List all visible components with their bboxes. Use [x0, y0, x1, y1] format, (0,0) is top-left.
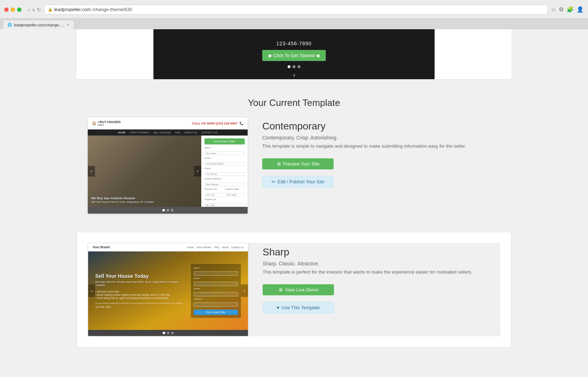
mini-nav: HOME HOW IT WORKS SELL A HOUSE FAQ ABOUT…	[88, 129, 248, 136]
sharp-tagline: Sharp. Classic. Attractive.	[263, 261, 500, 266]
close-button[interactable]	[4, 7, 9, 12]
forward-button[interactable]: ›	[32, 6, 35, 13]
back-button[interactable]: ‹	[27, 6, 30, 13]
monitor-icon: 🖥	[277, 161, 281, 167]
mini-phone-icon: 📞	[239, 122, 243, 125]
mini-form-phone-input[interactable]	[204, 172, 245, 176]
mini-nav-contact[interactable]: CONTACT US	[201, 131, 217, 134]
top-partial-preview: 123-456-7890 ▶ Click To Get Started ◀ ∨	[153, 29, 435, 79]
monitor-icon-sharp: 🖥	[278, 287, 283, 292]
mini-form-name-input[interactable]	[204, 152, 245, 155]
sharp-form-email-input[interactable]	[194, 282, 238, 286]
mini-form-address-input[interactable]	[204, 183, 245, 186]
use-template-button[interactable]: ♥ Use This Template	[263, 302, 334, 314]
current-template-section: Your Current Template 🏠 I BUY HOUSES FAS…	[77, 87, 511, 225]
sharp-bullet-1: Sell your house fast	[95, 290, 187, 293]
mini-form-zip-input[interactable]	[204, 203, 245, 207]
preview-site-button[interactable]: 🖥 Preview Your Site	[262, 158, 334, 169]
mini-form-email-label: Email *	[204, 157, 245, 159]
sharp-next-button[interactable]: ›	[241, 285, 248, 297]
sharp-brand: Your Brand	[92, 245, 110, 249]
sharp-actions: 🖥 View Live Demo ♥ Use This Template	[263, 284, 500, 314]
contemporary-actions: 🖥 Preview Your Site ✏ Edit / Publish You…	[262, 158, 501, 188]
tab-close-button[interactable]: ✕	[67, 23, 70, 27]
use-template-label: Use This Template	[282, 305, 320, 310]
sharp-form-address-input[interactable]	[194, 302, 238, 307]
address-bar[interactable]: 🔒 leadpropeller.com /change-theme/630	[44, 5, 548, 15]
sharp-form-email: Email *	[194, 277, 238, 286]
mini-form-address-label: Property Address *	[204, 178, 245, 180]
refresh-button[interactable]: ↻	[37, 6, 41, 13]
mini-form: Get A Cash Offer Name * Email * Phone	[201, 136, 248, 207]
mini-form-city-input[interactable]	[204, 193, 224, 197]
mini-nav-sell[interactable]: SELL A HOUSE	[153, 131, 171, 134]
top-partial-content: 123-456-7890 ▶ Click To Get Started ◀	[262, 41, 326, 68]
sharp-info: Sharp Sharp. Classic. Attractive. This t…	[263, 243, 500, 314]
section-title: Your Current Template	[87, 97, 501, 108]
mini-carousel-dots	[88, 207, 248, 214]
url-base: leadpropeller.com	[54, 7, 91, 12]
mini-phone-number: (210) 123-4567	[216, 122, 238, 125]
contemporary-name: Contemporary	[262, 121, 501, 132]
mini-form-name: Name *	[204, 147, 245, 156]
extensions-icon[interactable]: 🧩	[567, 6, 574, 13]
sharp-bullet-2: Avoid making needed repairs as we buy ho…	[95, 294, 187, 296]
mini-form-city-state-row: Property City Property State	[204, 188, 245, 198]
bookmark-icon[interactable]: ☆	[551, 6, 556, 13]
mini-form-title: Get A Cash Offer	[204, 138, 245, 144]
mini-form-zip-label: Property Zip	[204, 198, 245, 200]
fullscreen-button[interactable]	[17, 7, 21, 12]
sharp-nav-faq[interactable]: FAQ	[214, 246, 219, 249]
carousel-dot-1	[288, 65, 290, 68]
contemporary-info: Contemporary Contemporary. Crisp. Astoni…	[262, 117, 501, 188]
sharp-form-submit[interactable]: Get a Cash Offer	[194, 310, 238, 315]
sharp-form-name-input[interactable]	[194, 271, 238, 276]
carousel-dot-3	[298, 65, 300, 68]
top-partial-wrapper: 123-456-7890 ▶ Click To Get Started ◀ ∨	[77, 29, 511, 80]
mini-nav-how[interactable]: HOW IT WORKS	[130, 131, 149, 134]
sharp-bullet-3: Avoid listing with an agent and paying t…	[95, 297, 187, 299]
page-content: 123-456-7890 ▶ Click To Get Started ◀ ∨ …	[0, 29, 588, 377]
edit-publish-button[interactable]: ✏ Edit / Publish Your Site	[262, 176, 334, 188]
hero-prev-button[interactable]: ‹	[88, 166, 95, 177]
mini-phone-label: CALL US NOW	[192, 122, 214, 125]
mini-nav-faq[interactable]: FAQ	[175, 131, 180, 134]
view-demo-button[interactable]: 🖥 View Live Demo	[263, 284, 334, 295]
mini-form-email-input[interactable]	[204, 162, 245, 165]
mini-form-state-input[interactable]	[225, 193, 245, 197]
profile-icon[interactable]: 👤	[577, 6, 584, 13]
mini-form-address: Property Address *	[204, 178, 245, 187]
top-cta-button[interactable]: ▶ Click To Get Started ◀	[262, 50, 326, 61]
nav-arrows: ‹ › ↻	[27, 6, 41, 13]
sharp-nav-home[interactable]: Home	[187, 246, 194, 249]
mini-form-email: Email *	[204, 157, 245, 166]
top-carousel-dots	[288, 65, 300, 68]
mini-nav-home[interactable]: HOME	[118, 131, 126, 134]
sharp-content: Sell Your House Today We pay cash for ho…	[95, 273, 191, 308]
edit-icon: ✏	[272, 179, 275, 184]
mini-nav-about[interactable]: ABOUT US	[184, 131, 197, 134]
sharp-footer-text: To get started, simply fill out the form…	[95, 302, 187, 304]
mini-form-name-label: Name *	[204, 147, 245, 149]
mini-phone: CALL US NOW (210) 123-4567 📞	[192, 122, 243, 125]
mini-form-phone-label: Phone	[204, 167, 245, 169]
mini-logo-name: I BUY HOUSES	[98, 120, 121, 124]
sharp-phone: 123-456-7890	[95, 306, 187, 308]
sharp-form-address-label: Address *	[194, 298, 238, 300]
carousel-dot-2	[293, 65, 295, 68]
sharp-nav-contact[interactable]: Contact Us	[231, 246, 244, 249]
settings-icon[interactable]: ⚙	[559, 6, 564, 13]
mini-dot-2	[167, 209, 169, 212]
sharp-dot-3	[171, 332, 174, 334]
hero-next-button[interactable]: ›	[194, 166, 201, 177]
mini-hero-text: We Buy San Antonio Houses Sell Your Hous…	[91, 197, 154, 203]
sharp-form-email-label: Email *	[194, 277, 238, 279]
tab-title: leadpropeller.com/change-the...	[14, 23, 65, 27]
active-tab[interactable]: 🌐 leadpropeller.com/change-the... ✕	[3, 20, 74, 29]
sharp-nav-about[interactable]: About	[222, 246, 228, 249]
minimize-button[interactable]	[11, 7, 15, 12]
sharp-form-phone-input[interactable]	[194, 292, 238, 296]
sharp-desc: This template is perfect for the investo…	[263, 269, 500, 276]
sharp-prev-button[interactable]: ‹	[88, 285, 95, 297]
sharp-nav-how[interactable]: How it Works	[197, 246, 211, 249]
